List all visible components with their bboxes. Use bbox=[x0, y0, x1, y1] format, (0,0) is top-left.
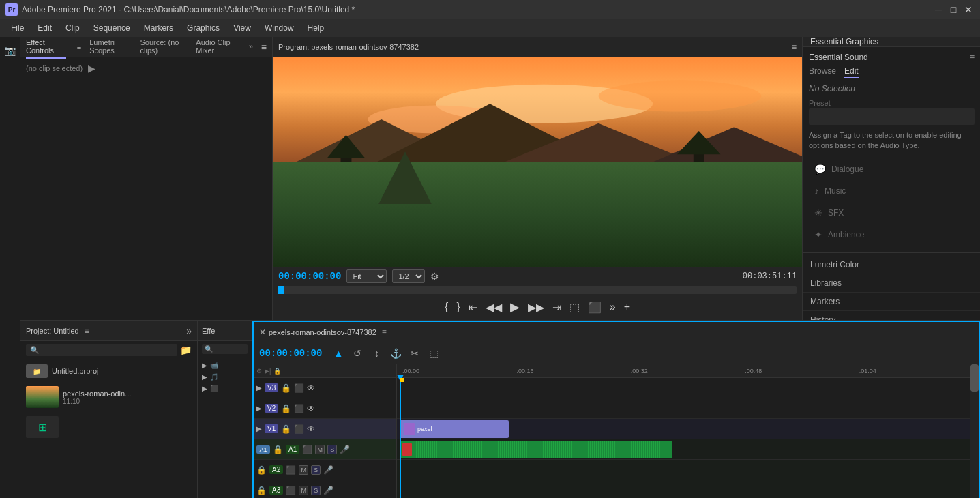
libraries-item[interactable]: Libraries bbox=[803, 274, 980, 293]
selection-tool-button[interactable]: ▲ bbox=[330, 345, 346, 362]
dialogue-button[interactable]: 💬 Dialogue bbox=[809, 160, 975, 179]
a1-lock-button[interactable]: 🔒 bbox=[273, 445, 283, 454]
effects-search-input[interactable] bbox=[202, 344, 248, 354]
v1-monitor-button[interactable]: ⬛ bbox=[294, 424, 304, 434]
project-search-input[interactable] bbox=[26, 344, 177, 356]
panel-menu-button[interactable]: ≡ bbox=[261, 42, 267, 53]
fit-dropdown[interactable]: Fit 25% 50% 100% bbox=[346, 269, 387, 283]
v2-monitor-button[interactable]: ⬛ bbox=[294, 404, 304, 413]
project-new-bin-button[interactable]: 📁 bbox=[180, 345, 192, 355]
a3-monitor-button[interactable]: ⬛ bbox=[286, 486, 296, 495]
menu-item-edit[interactable]: Edit bbox=[32, 21, 57, 35]
v3-visibility-button[interactable]: 👁 bbox=[307, 383, 315, 393]
timeline-menu-button[interactable]: ≡ bbox=[382, 327, 387, 337]
video-clip[interactable]: pexel bbox=[400, 420, 509, 438]
v1-lane[interactable]: pexel bbox=[397, 419, 979, 439]
monitor-menu-button[interactable]: ≡ bbox=[792, 42, 797, 52]
timeline-timecode[interactable]: 00:00:00:00 bbox=[259, 348, 322, 359]
maximize-button[interactable]: □ bbox=[947, 3, 960, 16]
step-back-button[interactable]: ◀◀ bbox=[483, 299, 505, 315]
preset-field[interactable] bbox=[809, 108, 975, 125]
audio-clip[interactable] bbox=[400, 441, 672, 458]
project-item-audio[interactable]: ⊞ bbox=[23, 413, 194, 441]
v1-lock-button[interactable]: 🔒 bbox=[281, 424, 291, 434]
effects-video-folder[interactable]: ▶ 📹 bbox=[201, 360, 249, 371]
settings-icon[interactable]: ⚙ bbox=[430, 271, 439, 282]
menu-item-markers[interactable]: Markers bbox=[138, 21, 179, 35]
add-button[interactable]: + bbox=[621, 299, 633, 314]
close-button[interactable]: ✕ bbox=[962, 3, 975, 16]
filter-icon[interactable]: ⚙ bbox=[256, 368, 262, 375]
quality-dropdown[interactable]: 1/2 Full 1/4 bbox=[392, 269, 425, 283]
overwrite-button[interactable]: ⬛ bbox=[585, 299, 604, 315]
a2-voice-button[interactable]: 🎤 bbox=[323, 465, 333, 475]
track-select-button[interactable]: ↕ bbox=[368, 345, 385, 362]
lock-icon[interactable]: 🔒 bbox=[273, 368, 281, 375]
a3-lock-button[interactable]: 🔒 bbox=[256, 486, 267, 495]
snap-icon[interactable]: ▶| bbox=[265, 368, 271, 375]
project-item-video[interactable]: pexels-roman-odin... 11:10 bbox=[23, 383, 194, 411]
timeline-vertical-scrollbar[interactable] bbox=[970, 364, 979, 498]
a3-solo-button[interactable]: S bbox=[311, 486, 321, 495]
more-button[interactable]: » bbox=[607, 299, 619, 314]
go-to-out-button[interactable]: ⇥ bbox=[550, 299, 564, 315]
a1-voice-button[interactable]: 🎤 bbox=[340, 445, 350, 454]
current-timecode[interactable]: 00:00:00:00 bbox=[278, 271, 341, 282]
play-button[interactable]: ▶ bbox=[507, 298, 522, 316]
a2-mute-button[interactable]: M bbox=[299, 465, 308, 475]
insert-button[interactable]: ⬚ bbox=[567, 299, 582, 315]
playhead[interactable] bbox=[400, 378, 401, 498]
step-forward-button[interactable]: ▶▶ bbox=[525, 299, 547, 315]
menu-item-graphics[interactable]: Graphics bbox=[181, 21, 225, 35]
timeline-close-button[interactable]: ✕ bbox=[259, 327, 266, 337]
menu-item-clip[interactable]: Clip bbox=[60, 21, 85, 35]
effects-transition-folder[interactable]: ▶ ⬛ bbox=[201, 383, 249, 394]
mark-in-button[interactable]: { bbox=[442, 299, 451, 314]
a3-voice-button[interactable]: 🎤 bbox=[323, 486, 333, 495]
slip-tool-button[interactable]: ⬚ bbox=[426, 345, 442, 362]
v3-lock-button[interactable]: 🔒 bbox=[281, 383, 291, 393]
tab-overflow[interactable]: » bbox=[249, 40, 253, 55]
tab-effect-controls[interactable]: Effect Controls bbox=[26, 35, 66, 59]
essential-sound-menu[interactable]: ≡ bbox=[970, 53, 975, 62]
a1-mute-button[interactable]: M bbox=[315, 445, 325, 454]
v1-visibility-button[interactable]: 👁 bbox=[307, 424, 315, 434]
timeline-ruler[interactable]: :00:00 :00:16 :00:32 :00:48 :01:04 bbox=[397, 364, 979, 378]
timeline-scrubber[interactable] bbox=[278, 286, 797, 294]
a2-lock-button[interactable]: 🔒 bbox=[256, 465, 267, 475]
v3-expand[interactable]: ▶ bbox=[256, 384, 262, 392]
v2-lock-button[interactable]: 🔒 bbox=[281, 404, 291, 413]
sfx-button[interactable]: ✳ SFX bbox=[809, 203, 975, 222]
project-item-prproj[interactable]: 📁 Untitled.prproj bbox=[23, 362, 194, 381]
markers-item[interactable]: Markers bbox=[803, 293, 980, 311]
a1-monitor-button[interactable]: ⬛ bbox=[302, 445, 312, 454]
tab-audio-clip-mixer[interactable]: Audio Clip Mixer bbox=[196, 35, 240, 59]
ripple-edit-button[interactable]: ↺ bbox=[349, 345, 366, 362]
ambience-button[interactable]: ✦ Ambience bbox=[809, 225, 975, 244]
a1-lane[interactable] bbox=[397, 439, 979, 460]
effects-audio-folder[interactable]: ▶ 🎵 bbox=[201, 371, 249, 383]
menu-item-help[interactable]: Help bbox=[302, 21, 330, 35]
v2-visibility-button[interactable]: 👁 bbox=[307, 404, 315, 413]
a3-mute-button[interactable]: M bbox=[299, 486, 308, 495]
a1-solo-button[interactable]: S bbox=[327, 445, 337, 454]
menu-item-sequence[interactable]: Sequence bbox=[88, 21, 136, 35]
menu-item-window[interactable]: Window bbox=[259, 21, 299, 35]
project-expand-button[interactable]: » bbox=[186, 325, 192, 336]
camera-icon[interactable]: 📷 bbox=[2, 42, 18, 59]
lumetri-color-item[interactable]: Lumetri Color bbox=[803, 256, 980, 274]
a2-monitor-button[interactable]: ⬛ bbox=[286, 465, 296, 475]
a1-select-label[interactable]: A1 bbox=[256, 445, 270, 454]
v1-expand[interactable]: ▶ bbox=[256, 425, 262, 433]
project-menu-button[interactable]: ≡ bbox=[85, 326, 89, 336]
go-to-in-button[interactable]: ⇤ bbox=[466, 299, 480, 315]
music-button[interactable]: ♪ Music bbox=[809, 181, 975, 201]
tab-browse[interactable]: Browse bbox=[809, 66, 836, 78]
tab-edit[interactable]: Edit bbox=[844, 66, 859, 78]
tab-lumetri-scopes[interactable]: Lumetri Scopes bbox=[89, 35, 132, 59]
pen-tool-button[interactable]: ⚓ bbox=[387, 345, 404, 362]
menu-item-file[interactable]: File bbox=[5, 21, 29, 35]
tab-source[interactable]: Source: (no clips) bbox=[140, 35, 188, 59]
razor-tool-button[interactable]: ✂ bbox=[406, 345, 423, 362]
a2-solo-button[interactable]: S bbox=[311, 465, 321, 475]
